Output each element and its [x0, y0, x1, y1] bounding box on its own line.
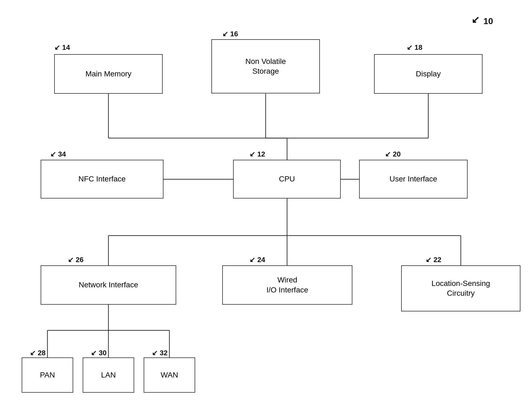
wired-io-label: WiredI/O Interface [266, 275, 308, 295]
main-memory-node: Main Memory [54, 54, 163, 94]
display-label: Display [416, 69, 441, 79]
wan-id: ↙ 32 [152, 349, 168, 357]
cpu-label: CPU [279, 174, 295, 184]
nfc-interface-label: NFC Interface [78, 174, 125, 184]
non-volatile-label: Non VolatileStorage [245, 57, 286, 76]
lan-id: ↙ 30 [91, 349, 107, 357]
fig-arrow: ↙ [471, 14, 479, 25]
nfc-interface-node: NFC Interface [41, 160, 163, 198]
user-interface-label: User Interface [390, 174, 437, 184]
fig-id-label: 10 [483, 16, 493, 26]
lan-label: LAN [101, 370, 116, 380]
pan-label: PAN [40, 370, 55, 380]
non-volatile-id: ↙ 16 [222, 30, 238, 38]
location-sensing-label: Location-SensingCircuitry [432, 279, 490, 298]
location-sensing-node: Location-SensingCircuitry [401, 265, 520, 311]
display-node: Display [374, 54, 482, 94]
cpu-id: ↙ 12 [249, 150, 265, 158]
cpu-node: CPU [233, 160, 341, 198]
diagram: 10 ↙ [0, 0, 531, 420]
wired-io-id: ↙ 24 [249, 256, 265, 264]
wan-node: WAN [144, 357, 195, 393]
location-sensing-id: ↙ 22 [426, 256, 441, 264]
user-interface-id: ↙ 20 [385, 150, 401, 158]
lan-node: LAN [83, 357, 134, 393]
main-memory-id: ↙ 14 [54, 43, 70, 52]
wan-label: WAN [161, 370, 178, 380]
network-interface-node: Network Interface [41, 265, 176, 305]
main-memory-label: Main Memory [85, 69, 131, 79]
wired-io-node: WiredI/O Interface [222, 265, 352, 305]
non-volatile-node: Non VolatileStorage [211, 39, 320, 93]
network-interface-label: Network Interface [79, 280, 138, 290]
network-interface-id: ↙ 26 [68, 256, 83, 264]
pan-id: ↙ 28 [30, 349, 46, 357]
user-interface-node: User Interface [359, 160, 468, 198]
display-id: ↙ 18 [407, 43, 422, 52]
nfc-interface-id: ↙ 34 [50, 150, 66, 158]
pan-node: PAN [22, 357, 73, 393]
